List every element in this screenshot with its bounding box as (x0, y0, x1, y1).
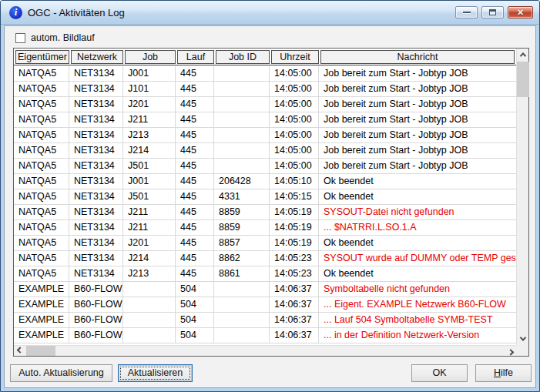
scroll-left-button[interactable] (14, 346, 25, 357)
cell-time: 14:05:10 (270, 174, 319, 189)
table-row[interactable]: NATQA5 NET3134 J001 445 206428 14:05:10 … (14, 174, 516, 189)
vertical-scrollbar[interactable] (516, 49, 528, 345)
table-row[interactable]: NATQA5 NET3134 J214 445 8862 14:05:23 SY… (14, 251, 516, 266)
close-button[interactable]: ✕ (508, 6, 533, 18)
cell-owner: NATQA5 (14, 128, 69, 142)
cell-job-id: 8859 (214, 205, 270, 219)
cell-job: J214 (123, 251, 176, 266)
cell-run: 445 (176, 143, 214, 158)
cell-owner: NATQA5 (14, 236, 69, 250)
scrollbar-corner (516, 345, 528, 356)
scroll-right-button[interactable] (505, 346, 516, 357)
cell-run: 445 (176, 236, 214, 250)
cell-message: Symboltabelle nicht gefunden (319, 282, 516, 297)
cell-run: 445 (176, 251, 214, 266)
cell-job (123, 282, 176, 297)
table-row[interactable]: NATQA5 NET3134 J101 445 14:05:00 Job ber… (14, 82, 516, 97)
horizontal-scrollbar-thumb[interactable] (26, 346, 55, 356)
cell-time: 14:05:00 (270, 128, 319, 142)
cell-job-id (214, 66, 270, 81)
cell-owner: NATQA5 (14, 205, 69, 219)
scroll-down-button[interactable] (517, 333, 529, 345)
table-row[interactable]: EXAMPLE B60-FLOW 504 14:06:37 ... Eigent… (14, 297, 516, 313)
refresh-button[interactable]: Aktualisieren (118, 364, 193, 382)
window-title: OGC - Aktivitäten Log (28, 7, 125, 18)
column-header-network[interactable]: Netzwerk (71, 50, 123, 64)
cell-time: 14:05:00 (270, 143, 319, 158)
cell-job-id (214, 282, 270, 297)
column-header-owner[interactable]: Eigentümer (15, 50, 69, 64)
table-row[interactable]: NATQA5 NET3134 J211 445 14:05:00 Job ber… (14, 112, 516, 128)
cell-job-id: 8861 (214, 266, 270, 281)
checkbox-box-icon[interactable] (15, 33, 25, 43)
cell-owner: EXAMPLE (14, 328, 69, 343)
table-row[interactable]: NATQA5 NET3134 J213 445 8861 14:05:23 Ok… (14, 266, 516, 282)
cell-network: NET3134 (69, 220, 123, 235)
chevron-left-icon (16, 347, 22, 353)
table-row[interactable]: NATQA5 NET3134 J214 445 14:05:00 Job ber… (14, 143, 516, 159)
scroll-up-button[interactable] (517, 49, 529, 61)
table-row[interactable]: EXAMPLE B60-FLOW 504 14:06:37 ... Lauf 5… (14, 313, 516, 328)
cell-message: Ok beendet (319, 189, 516, 204)
cell-job-id (214, 297, 270, 312)
cell-message: Job bereit zum Start - Jobtyp JOB (319, 66, 516, 81)
table-row[interactable]: NATQA5 NET3134 J501 445 14:05:00 Job ber… (14, 159, 516, 174)
minimize-button[interactable] (455, 6, 478, 18)
cell-run: 445 (176, 189, 214, 204)
cell-run: 445 (176, 174, 214, 189)
table-row[interactable]: NATQA5 NET3134 J201 445 14:05:00 Job ber… (14, 97, 516, 112)
caption-buttons: ✕ (455, 6, 533, 18)
column-header-job[interactable]: Job (125, 50, 176, 64)
cell-time: 14:06:37 (270, 328, 319, 343)
cell-run: 445 (176, 82, 214, 96)
cell-network: NET3134 (69, 266, 123, 281)
column-header-time[interactable]: Uhrzeit (271, 50, 319, 64)
cell-message: SYSOUT-Datei nicht gefunden (319, 205, 516, 219)
cell-time: 14:05:00 (270, 66, 319, 81)
auto-scroll-checkbox[interactable]: autom. Bildlauf (15, 32, 95, 43)
auto-refresh-button[interactable]: Auto. Aktualisierung (10, 364, 112, 382)
cell-owner: NATQA5 (14, 266, 69, 281)
cell-job-id: 8857 (214, 236, 270, 250)
table-row[interactable]: NATQA5 NET3134 J201 445 8857 14:05:19 Ok… (14, 236, 516, 251)
chevron-down-icon (520, 334, 526, 340)
cell-job-id: 8859 (214, 220, 270, 235)
column-header-run[interactable]: Lauf (177, 50, 214, 64)
cell-message: Job bereit zum Start - Jobtyp JOB (319, 159, 516, 173)
cell-job-id: 4331 (214, 189, 270, 204)
ok-button[interactable]: OK (411, 364, 468, 382)
cell-run: 445 (176, 97, 214, 112)
cell-job-id: 8862 (214, 251, 270, 266)
cell-time: 14:05:19 (270, 220, 319, 235)
cell-message: Ok beendet (319, 236, 516, 250)
table-row[interactable]: NATQA5 NET3134 J211 445 8859 14:05:19 SY… (14, 205, 516, 220)
cell-message: Ok beendet (319, 174, 516, 189)
cell-job: J213 (123, 128, 176, 142)
cell-owner: NATQA5 (14, 189, 69, 204)
cell-time: 14:05:00 (270, 97, 319, 112)
cell-run: 445 (176, 266, 214, 281)
cell-owner: EXAMPLE (14, 282, 69, 297)
cell-run: 445 (176, 159, 214, 173)
cell-network: NET3134 (69, 236, 123, 250)
maximize-button[interactable] (481, 6, 504, 18)
cell-job (123, 313, 176, 327)
table-row[interactable]: NATQA5 NET3134 J001 445 14:05:00 Job ber… (14, 66, 516, 82)
title-bar[interactable]: i OGC - Aktivitäten Log ✕ (1, 1, 539, 25)
cell-job-id (214, 128, 270, 142)
cell-time: 14:05:00 (270, 82, 319, 96)
table-row[interactable]: EXAMPLE B60-FLOW 504 14:06:37 ... in der… (14, 328, 516, 343)
horizontal-scrollbar[interactable] (14, 345, 516, 356)
column-header-message[interactable]: Nachricht (320, 50, 515, 64)
vertical-scrollbar-thumb[interactable] (517, 62, 529, 97)
cell-time: 14:05:23 (270, 266, 319, 281)
table-row[interactable]: NATQA5 NET3134 J211 445 8859 14:05:19 ..… (14, 220, 516, 236)
table-row[interactable]: EXAMPLE B60-FLOW 504 14:06:37 Symboltabe… (14, 282, 516, 297)
column-header-jobid[interactable]: Job ID (216, 50, 270, 64)
help-button[interactable]: Hilfe (475, 364, 532, 382)
dialog-client-area: autom. Bildlauf Eigentümer Netzwerk Job … (4, 25, 536, 388)
table-row[interactable]: NATQA5 NET3134 J501 445 4331 14:05:15 Ok… (14, 189, 516, 205)
cell-job-id (214, 328, 270, 343)
table-row[interactable]: NATQA5 NET3134 J213 445 14:05:00 Job ber… (14, 128, 516, 143)
cell-owner: NATQA5 (14, 97, 69, 112)
